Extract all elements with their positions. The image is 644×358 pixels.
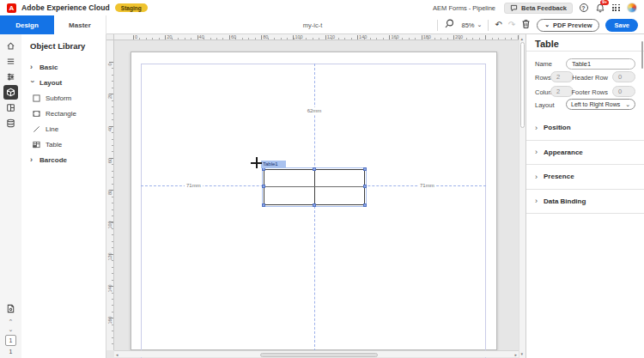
object-library-panel: Object Library › Basic › Layout Subform … bbox=[21, 34, 106, 358]
layout-select-value: Left to Right Rows bbox=[571, 101, 620, 107]
chevron-right-icon: › bbox=[535, 149, 538, 155]
scroll-left-arrow[interactable]: ◂ bbox=[116, 351, 118, 358]
horizontal-scrollbar[interactable]: ◂ ▸ bbox=[114, 350, 519, 357]
zoom-tool-button[interactable] bbox=[444, 17, 455, 33]
library-group-barcode-label: Barcode bbox=[39, 156, 67, 164]
selection-handle-top-center[interactable] bbox=[313, 167, 316, 171]
library-item-subform-label: Subform bbox=[46, 94, 71, 102]
table-object[interactable] bbox=[264, 169, 365, 205]
user-avatar[interactable] bbox=[627, 3, 637, 13]
selection-handle-middle-right[interactable] bbox=[363, 185, 367, 188]
selection-handle-bottom-right[interactable] bbox=[363, 203, 367, 207]
selection-handle-top-right[interactable] bbox=[363, 167, 367, 171]
beta-feedback-button[interactable]: Beta Feedback bbox=[504, 3, 573, 14]
horizontal-guide-label-right: 71mm bbox=[418, 182, 436, 189]
ruler-tick-label: 140 bbox=[359, 34, 367, 39]
undo-icon: ↶ bbox=[495, 20, 501, 29]
section-data-binding[interactable]: › Data Binding bbox=[526, 190, 644, 215]
rail-bottom-group: ⌃ ⌄ 1 1 bbox=[0, 301, 21, 355]
vertical-scroll-thumb[interactable] bbox=[520, 42, 525, 128]
chevron-down-icon: ⌄ bbox=[9, 326, 14, 332]
horizontal-scroll-thumb[interactable] bbox=[260, 353, 378, 357]
notifications-button[interactable]: 9+ bbox=[594, 3, 605, 14]
brand-title: Adobe Experience Cloud bbox=[21, 3, 110, 12]
vertical-scrollbar[interactable]: ▴ ▾ bbox=[519, 34, 526, 358]
left-rail: ⌃ ⌄ 1 1 bbox=[0, 34, 21, 358]
ruler-tick-label: 80 bbox=[107, 187, 112, 197]
ruler-tick-label: 40 bbox=[199, 34, 204, 39]
library-group-basic-label: Basic bbox=[39, 64, 58, 71]
current-page-box[interactable]: 1 bbox=[5, 335, 16, 346]
tab-design[interactable]: Design bbox=[0, 15, 54, 34]
library-group-layout[interactable]: › Layout bbox=[21, 75, 106, 90]
form-page[interactable]: 62mm 71mm 71mm Table1 bbox=[131, 52, 497, 350]
tab-master-label: Master bbox=[69, 21, 91, 29]
app-switcher-button[interactable] bbox=[611, 3, 622, 14]
delete-button[interactable] bbox=[521, 17, 531, 33]
chevron-right-icon: › bbox=[30, 156, 34, 163]
product-title: AEM Forms - Pipeline bbox=[433, 4, 495, 12]
library-group-basic[interactable]: › Basic bbox=[21, 59, 106, 75]
save-button[interactable]: Save bbox=[605, 19, 638, 32]
database-icon bbox=[6, 118, 15, 128]
form-properties-button[interactable] bbox=[3, 301, 18, 316]
layout-panel-button[interactable] bbox=[3, 100, 18, 115]
name-input[interactable] bbox=[566, 58, 635, 70]
table-row-divider bbox=[264, 186, 364, 187]
layout-icon bbox=[6, 103, 15, 112]
selection-handle-bottom-left[interactable] bbox=[262, 203, 265, 207]
selection-handle-middle-left[interactable] bbox=[262, 185, 265, 188]
help-button[interactable]: ? bbox=[578, 3, 589, 14]
crosshair-cursor bbox=[251, 157, 262, 168]
library-item-line-label: Line bbox=[46, 125, 58, 133]
horizontal-ruler: 0 20 40 60 80 100 120 140 160 180 200 bbox=[114, 34, 519, 40]
library-item-table[interactable]: Table bbox=[21, 137, 106, 152]
zoom-level-dropdown[interactable]: 85% ⌄ bbox=[461, 21, 482, 29]
cube-icon bbox=[6, 88, 15, 97]
scroll-up-arrow[interactable]: ▴ bbox=[521, 35, 524, 42]
undo-button[interactable]: ↶ bbox=[495, 21, 501, 29]
ruler-corner bbox=[106, 34, 114, 40]
library-group-barcode[interactable]: › Barcode bbox=[21, 152, 106, 167]
layout-select[interactable]: Left to Right Rows ⌄ bbox=[566, 99, 635, 110]
pdf-preview-button[interactable]: ⌄ PDF Preview bbox=[537, 19, 599, 32]
object-library-button[interactable] bbox=[3, 85, 18, 100]
design-canvas[interactable]: 0 20 40 60 80 100 120 140 160 180 200 0 … bbox=[106, 34, 519, 358]
zoom-level-value: 85% bbox=[461, 21, 474, 29]
table-name-tag: Table1 bbox=[261, 161, 286, 168]
beta-feedback-label: Beta Feedback bbox=[521, 4, 567, 12]
rows-input: 2 bbox=[550, 71, 574, 82]
section-appearance[interactable]: › Appearance bbox=[526, 141, 644, 166]
chevron-right-icon: › bbox=[535, 173, 538, 180]
library-item-subform[interactable]: Subform bbox=[21, 90, 106, 106]
tab-master[interactable]: Master bbox=[54, 15, 106, 34]
library-group-layout-label: Layout bbox=[39, 79, 62, 87]
line-icon bbox=[32, 124, 40, 133]
section-appearance-label: Appearance bbox=[544, 149, 583, 156]
adobe-logo-letter: A bbox=[9, 4, 15, 12]
selection-handle-bottom-center[interactable] bbox=[313, 203, 316, 207]
library-item-line[interactable]: Line bbox=[21, 121, 106, 137]
table-column-divider bbox=[314, 170, 315, 204]
section-position[interactable]: › Position bbox=[526, 116, 644, 141]
redo-button[interactable]: ↷ bbox=[508, 21, 515, 29]
scroll-right-arrow[interactable]: ▸ bbox=[514, 351, 517, 358]
previous-page-button[interactable]: ⌃ bbox=[9, 319, 14, 325]
subform-icon bbox=[32, 94, 40, 102]
next-page-button[interactable]: ⌄ bbox=[9, 327, 14, 332]
library-item-rectangle[interactable]: Rectangle bbox=[21, 106, 106, 121]
ruler-tick-label: 120 bbox=[107, 252, 112, 262]
scroll-down-arrow[interactable]: ▾ bbox=[521, 350, 524, 357]
pdf-preview-label: PDF Preview bbox=[553, 21, 592, 29]
ruler-tick-label: 160 bbox=[107, 315, 112, 325]
ruler-tick-label: 0 bbox=[107, 59, 112, 70]
panel-scroll-thumb[interactable] bbox=[641, 41, 644, 69]
fields-button[interactable] bbox=[3, 54, 18, 69]
ruler-tick-label: 180 bbox=[423, 34, 431, 39]
ruler-tick-label: 80 bbox=[263, 34, 268, 39]
data-panel-button[interactable] bbox=[3, 116, 18, 130]
section-presence[interactable]: › Presence bbox=[526, 165, 644, 190]
home-button[interactable] bbox=[3, 39, 18, 53]
form-settings-button[interactable] bbox=[3, 70, 18, 84]
chevron-right-icon: › bbox=[535, 197, 538, 204]
